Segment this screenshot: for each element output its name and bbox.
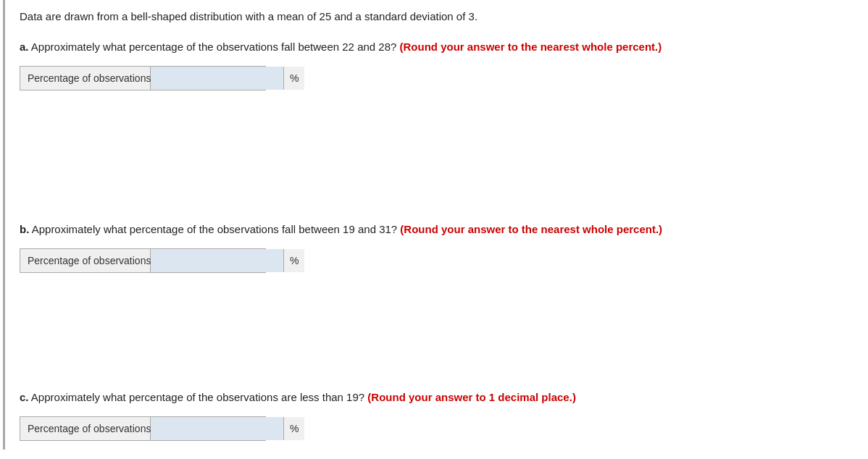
question-c-field-label: Percentage of observations xyxy=(20,417,151,440)
question-a-highlight: (Round your answer to the nearest whole … xyxy=(400,41,662,53)
question-b-input[interactable] xyxy=(151,249,284,272)
question-b-body: Approximately what percentage of the obs… xyxy=(32,223,398,235)
question-c-block: c. Approximately what percentage of the … xyxy=(20,389,856,441)
question-b-field-label: Percentage of observations xyxy=(20,249,151,272)
question-c-body: Approximately what percentage of the obs… xyxy=(31,391,364,403)
question-a-field-label: Percentage of observations xyxy=(20,67,151,90)
question-b-percent: % xyxy=(284,249,304,272)
question-a-percent: % xyxy=(284,67,304,90)
question-c-answer-row: Percentage of observations % xyxy=(20,416,266,441)
spacer-bc xyxy=(20,273,856,389)
question-c-text: c. Approximately what percentage of the … xyxy=(20,389,856,406)
question-b-highlight: (Round your answer to the nearest whole … xyxy=(400,223,662,235)
question-b-answer-row: Percentage of observations % xyxy=(20,248,266,273)
question-a-input-wrapper: % xyxy=(151,67,304,90)
question-b-label: b. xyxy=(20,223,29,235)
question-c-label: c. xyxy=(20,391,29,403)
question-b-block: b. Approximately what percentage of the … xyxy=(20,221,856,273)
question-c-percent: % xyxy=(284,417,304,440)
page-container: Data are drawn from a bell-shaped distri… xyxy=(3,0,868,450)
question-c-input[interactable] xyxy=(151,417,284,440)
question-a-text: a. Approximately what percentage of the … xyxy=(20,38,856,56)
question-c-highlight: (Round your answer to 1 decimal place.) xyxy=(367,391,576,403)
question-b-input-wrapper: % xyxy=(151,249,304,272)
question-a-answer-row: Percentage of observations % xyxy=(20,66,266,90)
question-a-label: a. xyxy=(20,41,29,53)
question-c-input-wrapper: % xyxy=(151,417,304,440)
question-a-block: a. Approximately what percentage of the … xyxy=(20,38,856,90)
spacer-ab xyxy=(20,90,856,221)
question-a-body: Approximately what percentage of the obs… xyxy=(31,41,397,53)
question-b-text: b. Approximately what percentage of the … xyxy=(20,221,856,238)
question-a-input[interactable] xyxy=(151,67,284,90)
intro-text: Data are drawn from a bell-shaped distri… xyxy=(20,9,856,25)
